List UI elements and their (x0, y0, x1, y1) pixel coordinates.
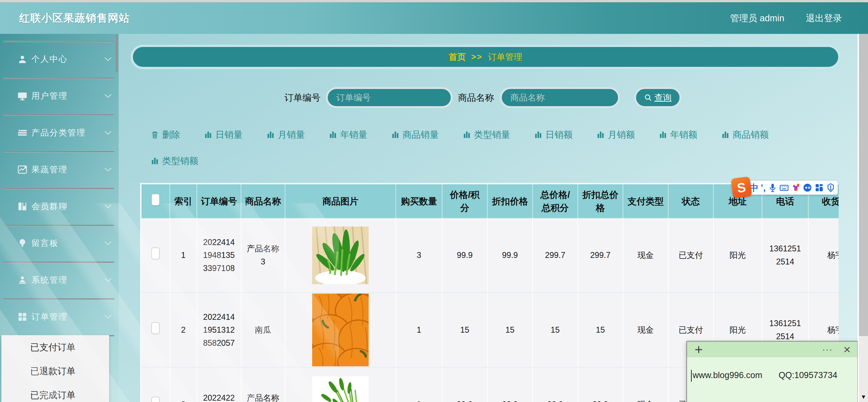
window-top-strip (0, 0, 868, 2)
stat-product-revenue[interactable]: 商品销额 (721, 129, 769, 141)
sidebar-item-user-management[interactable]: 用户管理 (0, 77, 119, 114)
table-action-row-2: 类型销额 (150, 151, 198, 171)
logout-link[interactable]: 退出登录 (806, 12, 842, 24)
divider (3, 114, 114, 115)
bulb-icon (17, 238, 28, 248)
row-checkbox[interactable] (151, 247, 160, 259)
sidebar-item-label: 会员群聊 (31, 201, 68, 212)
chevron-down-icon (104, 241, 112, 246)
col-discount-price: 折扣价格 (487, 184, 532, 218)
table-row: 1 202241419481353397108 产品名称3 (142, 218, 839, 293)
note-menu-icon[interactable]: ··· (822, 344, 833, 355)
total-cell: 15 (532, 293, 578, 367)
product-name-cell: 产品名称3 (241, 218, 285, 293)
order-submenu: 已支付订单 已退款订单 已完成订单 (1, 335, 109, 402)
sidebar-item-label: 果蔬管理 (31, 164, 68, 175)
order-no-input[interactable] (326, 87, 453, 108)
sidebar-scrollbar-thumb[interactable] (116, 34, 118, 72)
col-product-image: 商品图片 (285, 184, 396, 218)
stat-daily-sales-qty[interactable]: 日销量 (204, 129, 243, 141)
divider (3, 77, 114, 79)
bar-chart-icon (534, 130, 543, 139)
pay-type-cell: 现金 (623, 367, 668, 402)
discount-total-cell: 299.7 (578, 218, 623, 293)
price-cell: 99.9 (442, 218, 487, 293)
query-button[interactable]: 查询 (634, 87, 681, 108)
total-cell: 299.7 (532, 218, 578, 293)
stat-monthly-sales-qty[interactable]: 月销量 (266, 129, 305, 141)
chevron-down-icon (104, 94, 112, 98)
user-icon (17, 54, 28, 64)
divider (3, 151, 114, 153)
vertical-scrollbar[interactable]: ▼ (859, 34, 868, 402)
stat-daily-revenue[interactable]: 日销额 (534, 129, 572, 141)
order-no-label: 订单编号 (284, 88, 320, 107)
sidebar-item-personal-center[interactable]: 个人中心 (0, 41, 119, 77)
sidebar-item-label: 留言板 (31, 238, 59, 249)
sidebar-item-label: 系统管理 (31, 274, 68, 286)
sidebar-item-member-chat[interactable]: 会员群聊 (0, 188, 119, 225)
submenu-item-completed-orders[interactable]: 已完成订单 (1, 383, 109, 402)
phone-cell: 13612512514 (762, 218, 808, 293)
col-status: 状态 (668, 184, 713, 218)
stat-yearly-revenue[interactable]: 年销额 (658, 129, 698, 141)
row-checkbox[interactable] (151, 397, 160, 402)
microphone-icon[interactable] (768, 183, 777, 193)
scrollbar-thumb[interactable] (859, 34, 868, 336)
scrollbar-down-button[interactable]: ▼ (859, 392, 868, 402)
stat-product-sales-qty[interactable]: 商品销量 (391, 129, 439, 141)
new-note-icon[interactable]: + (694, 342, 703, 357)
row-checkbox[interactable] (151, 322, 160, 334)
punctuation-icon[interactable]: ’, (761, 183, 766, 193)
stat-type-sales-qty[interactable]: 类型销量 (462, 129, 510, 141)
keyboard-icon[interactable] (779, 183, 789, 193)
discount-price-cell: 15 (487, 293, 532, 367)
select-all-checkbox[interactable] (151, 194, 160, 205)
sidebar-item-order-management[interactable]: 订单管理 (0, 298, 119, 335)
discount-total-cell: 15 (578, 293, 623, 367)
sticky-note-body[interactable]: www.blog996.comQQ:109573734 (687, 357, 857, 402)
close-icon[interactable]: × (843, 343, 850, 356)
sticky-note: + ··· × www.blog996.comQQ:109573734 (686, 341, 858, 402)
submenu-item-refunded-orders[interactable]: 已退款订单 (1, 359, 109, 383)
grid-icon (17, 312, 28, 322)
quantity-cell: 1 (396, 293, 442, 367)
bar-chart-icon (204, 130, 213, 139)
app-header: 红联小区果蔬销售网站 管理员 admin 退出登录 (0, 2, 868, 34)
col-index: 索引 (170, 184, 197, 218)
bar-chart-icon (462, 130, 471, 139)
product-image-cell (285, 293, 396, 367)
index-cell: 3 (170, 367, 197, 402)
stat-monthly-revenue[interactable]: 月销额 (596, 129, 635, 141)
sidebar-item-category-management[interactable]: 产品分类管理 (0, 114, 119, 151)
sidebar-item-message-board[interactable]: 留言板 (0, 225, 119, 262)
address-cell: 阳光 (713, 218, 762, 293)
sidebar-item-produce-management[interactable]: 果蔬管理 (0, 151, 119, 188)
select-all-cell (142, 184, 170, 218)
product-name-label: 商品名称 (458, 88, 494, 107)
delete-button[interactable]: 删除 (150, 129, 180, 141)
submenu-item-paid-orders[interactable]: 已支付订单 (1, 335, 109, 359)
sticky-note-titlebar: + ··· × (687, 341, 857, 357)
sidebar-item-label: 产品分类管理 (31, 127, 86, 138)
toolbox-icon[interactable] (814, 183, 824, 193)
bar-chart-icon (391, 130, 400, 139)
product-image-cell (285, 218, 396, 293)
chevron-down-icon (104, 204, 112, 209)
note-site-text: www.blog996.com (692, 370, 762, 380)
book-icon (17, 201, 28, 212)
breadcrumb-home-link[interactable]: 首页 (449, 51, 466, 63)
smart-input-icon[interactable] (826, 183, 835, 193)
sidebar-item-system-management[interactable]: 系统管理 (0, 262, 119, 298)
col-quantity: 购买数量 (396, 184, 442, 218)
product-name-cell: 产品名称2 (241, 367, 285, 402)
sogou-logo[interactable]: S (731, 176, 752, 199)
stat-type-revenue[interactable]: 类型销额 (150, 155, 198, 167)
chevron-down-icon (104, 314, 112, 319)
stat-yearly-sales-qty[interactable]: 年销量 (329, 129, 367, 141)
product-name-input[interactable] (500, 87, 620, 108)
skin-icon[interactable] (791, 183, 801, 193)
index-cell: 1 (170, 218, 197, 293)
game-center-icon[interactable] (803, 183, 812, 193)
col-product-name: 商品名称 (241, 184, 285, 218)
